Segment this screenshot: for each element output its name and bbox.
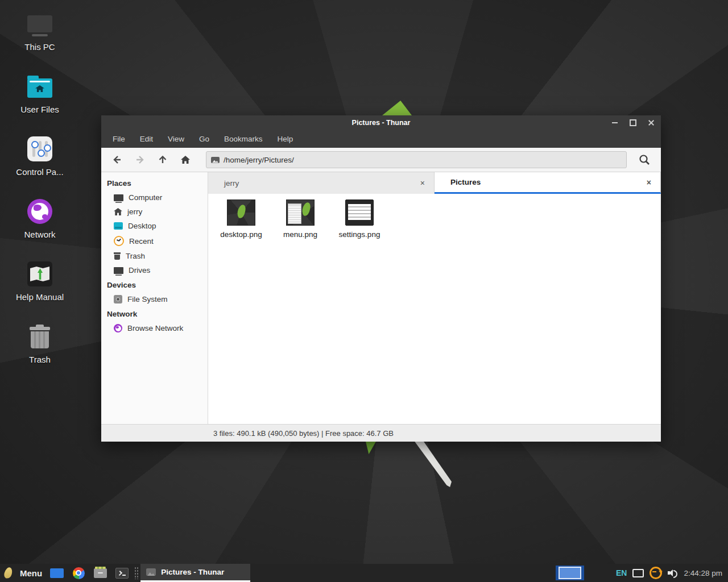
clock[interactable]: 2:44:28 pm	[684, 569, 722, 577]
file-menu-png[interactable]: menu.png	[273, 199, 328, 239]
keyboard-layout-indicator[interactable]: EN	[616, 568, 627, 577]
tab-close-icon[interactable]: ×	[419, 178, 426, 188]
image-thumbnail	[227, 199, 255, 226]
desktop-icon-label: Control Pa...	[16, 167, 63, 177]
minimize-button[interactable]	[610, 118, 620, 128]
workspace-1[interactable]	[559, 567, 581, 579]
browser-launcher[interactable]	[72, 567, 85, 579]
terminal-launcher[interactable]	[115, 567, 129, 579]
tab-jerry[interactable]: jerry ×	[208, 172, 435, 194]
back-button[interactable]	[107, 151, 127, 169]
sidebar-item-label: Drives	[129, 266, 150, 275]
close-button[interactable]	[646, 118, 656, 128]
file-desktop-png[interactable]: desktop.png	[214, 199, 268, 239]
file-view[interactable]: desktop.png menu.png settings.png	[208, 194, 661, 424]
desktop-icon-control-panel[interactable]: Control Pa...	[6, 135, 74, 198]
workspace-switcher[interactable]	[556, 566, 584, 580]
file-settings-png[interactable]: settings.png	[332, 199, 387, 239]
up-button[interactable]	[152, 151, 173, 169]
image-thumbnail	[345, 199, 374, 226]
desktop-icon-user-files[interactable]: User Files	[6, 73, 74, 135]
update-manager-icon[interactable]	[650, 567, 662, 579]
tab-pictures[interactable]: Pictures ×	[435, 172, 661, 194]
sidebar-item-label: Browse Network	[127, 324, 183, 332]
sidebar-item-browse-network[interactable]: Browse Network	[101, 321, 208, 335]
harddisk-icon	[114, 295, 122, 304]
menu-file[interactable]: File	[113, 135, 125, 143]
sidebar-item-drives[interactable]: Drives	[101, 263, 208, 277]
sidebar-header-network: Network	[101, 306, 208, 321]
taskbar-window-button[interactable]: Pictures - Thunar	[140, 564, 250, 582]
forward-button[interactable]	[130, 151, 150, 169]
search-icon	[638, 153, 651, 166]
volume-icon[interactable]	[668, 568, 678, 577]
menu-view[interactable]: View	[168, 135, 184, 143]
toolbar: /home/jerry/Pictures/	[101, 148, 661, 172]
home-folder-icon	[27, 78, 52, 98]
thunar-image-icon	[146, 568, 156, 576]
taskbar-tray: EN 2:44:28 pm	[556, 566, 728, 580]
panel-drag-handle[interactable]	[134, 567, 139, 579]
desktop-icon-this-pc[interactable]: This PC	[6, 10, 74, 73]
sidebar-header-places: Places	[101, 176, 208, 190]
computer-icon	[114, 194, 123, 201]
desktop-icon-network[interactable]: Network	[6, 198, 74, 260]
main-area: jerry × Pictures × desktop.png	[208, 172, 661, 424]
sidebar-item-desktop[interactable]: Desktop	[101, 219, 208, 233]
sliders-icon	[27, 136, 52, 161]
desktop-icon-help-manual[interactable]: Help Manual	[6, 260, 74, 323]
home-icon	[114, 208, 122, 215]
desktop-icon-trash[interactable]: Trash	[6, 323, 74, 385]
computer-icon	[27, 15, 52, 32]
path-field[interactable]: /home/jerry/Pictures/	[206, 151, 627, 168]
menu-help[interactable]: Help	[278, 135, 293, 143]
sidebar-item-label: jerry	[127, 207, 142, 216]
desktop-icon-label: Network	[24, 230, 55, 239]
menu-bookmarks[interactable]: Bookmarks	[224, 135, 263, 143]
terminal-icon	[115, 568, 129, 579]
desktop-icon	[114, 222, 123, 230]
sidebar-item-trash[interactable]: Trash	[101, 249, 208, 263]
sidebar-item-jerry[interactable]: jerry	[101, 205, 208, 219]
titlebar[interactable]: Pictures - Thunar	[101, 115, 661, 130]
tab-close-icon[interactable]: ×	[646, 178, 652, 187]
menu-button[interactable]: Menu	[20, 568, 42, 578]
map-book-icon	[27, 261, 52, 286]
show-desktop-button[interactable]	[50, 567, 64, 579]
path-text: /home/jerry/Pictures/	[224, 156, 294, 164]
desktop-icon-label: This PC	[24, 42, 55, 52]
image-folder-icon	[211, 157, 220, 163]
sidebar-item-recent[interactable]: Recent	[101, 233, 208, 249]
home-button[interactable]	[175, 151, 196, 169]
up-arrow-icon	[157, 154, 168, 165]
sidebar-item-label: Trash	[126, 252, 145, 260]
file-manager-launcher[interactable]	[93, 567, 107, 579]
status-text: 3 files: 490.1 kB (490,050 bytes) | Free…	[213, 429, 394, 438]
desktop-icon-label: Trash	[29, 355, 51, 364]
sidebar: Places Computer jerry Desktop Recent	[101, 172, 208, 424]
tab-bar: jerry × Pictures ×	[208, 172, 661, 194]
chrome-icon	[73, 567, 85, 579]
taskbar-left: Menu	[0, 567, 129, 579]
wallpaper-leaf-bottom	[366, 442, 376, 454]
menu-edit[interactable]: Edit	[140, 135, 153, 143]
wallpaper-pencil	[411, 442, 452, 487]
menu-go[interactable]: Go	[199, 135, 209, 143]
display-tray-icon[interactable]	[632, 569, 644, 577]
thunar-window: Pictures - Thunar File Edit View Go Book…	[101, 115, 661, 442]
forward-arrow-icon	[134, 154, 146, 165]
sidebar-item-computer[interactable]: Computer	[101, 190, 208, 205]
menu-logo-icon[interactable]	[3, 567, 13, 580]
file-cabinet-icon	[94, 568, 107, 578]
menubar: File Edit View Go Bookmarks Help	[101, 130, 661, 148]
sidebar-item-file-system[interactable]: File System	[101, 292, 208, 306]
clock-icon	[114, 236, 124, 246]
search-button[interactable]	[634, 150, 655, 169]
desktop-root: This PC User Files Control Pa... Network…	[0, 0, 728, 582]
desktop-icon	[50, 568, 64, 578]
maximize-button[interactable]	[628, 118, 638, 128]
status-bar: 3 files: 490.1 kB (490,050 bytes) | Free…	[101, 424, 661, 442]
file-name: settings.png	[339, 230, 380, 239]
desktop-icon-label: Help Manual	[16, 292, 64, 302]
file-name: desktop.png	[220, 230, 262, 239]
